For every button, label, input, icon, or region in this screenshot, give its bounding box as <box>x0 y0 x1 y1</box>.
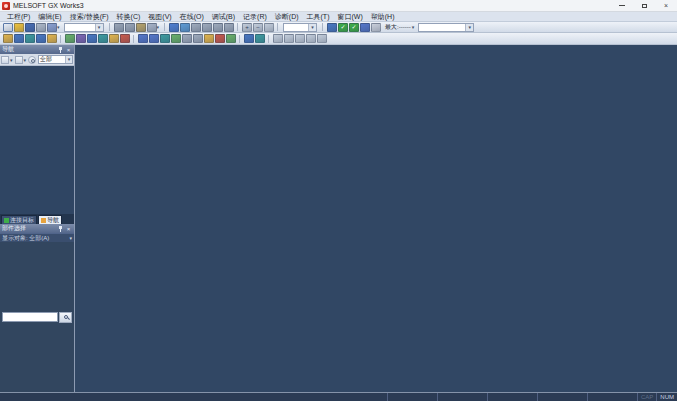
menu-tool[interactable]: 工具(T) <box>303 12 334 22</box>
menu-online[interactable]: 在线(O) <box>176 12 208 22</box>
navigation-toolbar: ▾▾ 全部 ▾ <box>0 54 74 66</box>
app-icon <box>2 2 10 10</box>
element-selection-close-icon[interactable]: × <box>65 225 72 233</box>
statement-display-icon[interactable] <box>215 34 225 43</box>
cut-icon[interactable] <box>114 23 124 32</box>
zoom-fit-icon[interactable] <box>264 23 274 32</box>
ladder-vertical-line-icon[interactable] <box>182 34 192 43</box>
program-check-icon[interactable] <box>98 34 108 43</box>
write-mode-icon[interactable] <box>255 34 265 43</box>
paste-icon[interactable] <box>136 23 146 32</box>
navigation-tree[interactable] <box>0 66 74 214</box>
menu-debug[interactable]: 调试(B) <box>208 12 239 22</box>
ladder-close-contact-icon[interactable] <box>149 34 159 43</box>
search-button[interactable] <box>59 312 72 323</box>
menubar: 工程(P)编辑(E)搜索/替换(F)转换(C)视图(V)在线(O)调试(B)记录… <box>0 12 677 22</box>
build-icon[interactable] <box>109 34 119 43</box>
save-project-icon[interactable] <box>25 23 35 32</box>
ladder-coil-icon[interactable] <box>160 34 170 43</box>
fb-icon[interactable] <box>36 34 46 43</box>
menu-project[interactable]: 工程(P) <box>3 12 34 22</box>
menu-window[interactable]: 窗口(W) <box>333 12 366 22</box>
undo-icon[interactable] <box>47 23 57 32</box>
menu-diagnostics[interactable]: 诊断(D) <box>271 12 303 22</box>
menu-view[interactable]: 视图(V) <box>144 12 175 22</box>
label-editor-icon[interactable] <box>47 34 57 43</box>
column-width-icon[interactable] <box>295 34 305 43</box>
print-icon[interactable] <box>36 23 46 32</box>
statusbar-segment-1 <box>387 393 437 401</box>
zoom-out-icon[interactable]: − <box>253 23 263 32</box>
ladder-instruction-icon[interactable] <box>171 34 181 43</box>
verify-with-plc-icon[interactable] <box>191 23 201 32</box>
max-scan-dropdown-icon[interactable]: ▾ <box>412 24 415 30</box>
watch-window-icon[interactable] <box>224 23 234 32</box>
tree-sort-icon[interactable] <box>15 56 23 64</box>
read-from-plc-icon[interactable] <box>180 23 190 32</box>
new-project-icon[interactable] <box>3 23 13 32</box>
monitor-flag-icon[interactable] <box>327 23 337 32</box>
write-to-plc-icon[interactable] <box>169 23 179 32</box>
device-list-icon[interactable] <box>87 34 97 43</box>
options-icon[interactable] <box>317 34 327 43</box>
minimize-button[interactable] <box>611 0 633 12</box>
ladder-open-contact-icon[interactable] <box>138 34 148 43</box>
display-target-dropdown[interactable]: 显示对象: 全部(A) ▾ <box>0 233 74 242</box>
device-memory-icon[interactable] <box>213 23 223 32</box>
wrap-display-icon[interactable] <box>306 34 316 43</box>
chevron-down-icon: ▾ <box>65 56 72 63</box>
settings-gear-icon[interactable] <box>28 56 36 64</box>
menu-recording[interactable]: 记录(R) <box>239 12 271 22</box>
content-area: 导航 × ▾▾ 全部 ▾ 连接目标导航 部件选择 × 显示对象: 全部(A) ▾ <box>0 45 677 392</box>
statusbar-segment-5 <box>587 393 637 401</box>
toolbar-separator <box>322 23 323 31</box>
display-format-icon[interactable] <box>273 34 283 43</box>
open-project-icon[interactable] <box>14 23 24 32</box>
cross-reference-icon[interactable] <box>76 34 86 43</box>
menu-find-replace[interactable]: 搜索/替换(F) <box>66 12 113 22</box>
parameter-icon[interactable] <box>14 34 24 43</box>
watch-item-combo[interactable]: ▾ <box>418 23 474 32</box>
navigation-close-icon[interactable]: × <box>65 46 72 54</box>
zoom-level-combo[interactable]: ▾ <box>283 23 317 32</box>
module-config-icon[interactable] <box>3 34 13 43</box>
chevron-down-icon: ▾ <box>465 24 473 31</box>
tab-connection-destination[interactable]: 连接目标 <box>1 215 37 224</box>
zoom-in-icon[interactable]: + <box>242 23 252 32</box>
tree-expand-icon[interactable] <box>1 56 9 64</box>
toolbar-separator <box>268 35 269 43</box>
quick-find-combo[interactable]: ▾ <box>64 23 104 32</box>
simulation-start-icon[interactable] <box>360 23 370 32</box>
toolbar-separator <box>237 23 238 31</box>
toolbar-separator <box>60 35 61 43</box>
rebuild-all-icon[interactable] <box>120 34 130 43</box>
statusbar-cap-indicator: CAP <box>637 393 656 401</box>
element-search-input[interactable] <box>2 312 58 322</box>
main-toolbar: ▾▾▾+−▾✓✓最大:------▾▾ <box>0 22 677 33</box>
pin-icon[interactable] <box>57 46 64 53</box>
monitor-write-icon[interactable]: ✓ <box>349 23 359 32</box>
tab-navigation[interactable]: 导航 <box>38 215 62 224</box>
monitor-start-icon[interactable]: ✓ <box>338 23 348 32</box>
pin-icon[interactable] <box>57 225 64 232</box>
comment-display-icon[interactable] <box>204 34 214 43</box>
ladder-horizontal-line-icon[interactable] <box>193 34 203 43</box>
navigation-title: 导航 <box>2 45 57 54</box>
menu-edit[interactable]: 编辑(E) <box>34 12 65 22</box>
device-comment-icon[interactable] <box>65 34 75 43</box>
element-selection-header: 部件选择 × <box>0 224 74 233</box>
note-display-icon[interactable] <box>226 34 236 43</box>
navigation-filter-combo[interactable]: 全部 ▾ <box>38 55 73 64</box>
device-display-icon[interactable] <box>284 34 294 43</box>
statusbar-segment-3 <box>487 393 537 401</box>
remote-operation-icon[interactable] <box>202 23 212 32</box>
redo-icon[interactable] <box>147 23 157 32</box>
copy-icon[interactable] <box>125 23 135 32</box>
close-button[interactable]: × <box>655 0 677 12</box>
program-body-icon[interactable] <box>25 34 35 43</box>
fb-library-icon[interactable] <box>371 23 381 32</box>
restore-button[interactable] <box>633 0 655 12</box>
monitor-mode-icon[interactable] <box>244 34 254 43</box>
menu-help[interactable]: 帮助(H) <box>367 12 399 22</box>
menu-convert[interactable]: 转换(C) <box>113 12 145 22</box>
